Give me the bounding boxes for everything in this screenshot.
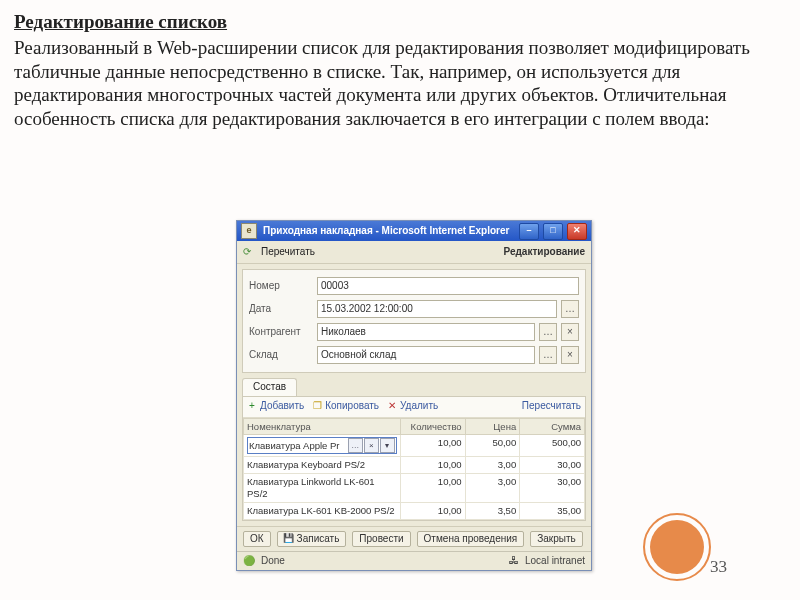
delete-action[interactable]: ✕Удалить — [387, 400, 438, 413]
contragent-clear-button[interactable]: × — [561, 323, 579, 341]
save-button[interactable]: 💾Записать — [277, 531, 347, 548]
status-bar: 🟢 Done 🖧 Local intranet — [237, 551, 591, 570]
close-button[interactable]: ✕ — [567, 223, 587, 240]
table-row[interactable]: Клавиатура Keyboard PS/2 10,00 3,00 30,0… — [244, 457, 585, 474]
field-label: Склад — [249, 349, 313, 362]
warehouse-input[interactable]: Основной склад — [317, 346, 535, 364]
reload-action[interactable]: Перечитать — [261, 246, 315, 259]
window-title: Приходная накладная - Microsoft Internet… — [261, 225, 515, 238]
post-button[interactable]: Провести — [352, 531, 410, 548]
action-bar: ОК 💾Записать Провести Отмена проведения … — [237, 526, 591, 551]
cell-qty[interactable]: 10,00 — [400, 435, 465, 457]
copy-icon: ❐ — [312, 402, 322, 412]
page-number: 33 — [710, 556, 727, 577]
col-name[interactable]: Номенклатура — [244, 418, 401, 435]
field-label: Дата — [249, 303, 313, 316]
cell-sum: 35,00 — [520, 503, 585, 520]
contragent-browse-button[interactable]: … — [539, 323, 557, 341]
cell-sum: 30,00 — [520, 457, 585, 474]
delete-icon: ✕ — [387, 402, 397, 412]
status-done-icon: 🟢 — [243, 555, 255, 568]
cell-price: 3,00 — [465, 474, 520, 503]
cell-qty: 10,00 — [400, 474, 465, 503]
name-edit-cell[interactable]: Клавиатура Apple Pr … × ▾ — [247, 437, 397, 454]
cell-dropdown-button[interactable]: ▾ — [380, 438, 395, 453]
plus-icon: + — [247, 402, 257, 412]
table-row[interactable]: Клавиатура Linkworld LK-601 PS/2 10,00 3… — [244, 474, 585, 503]
cell-price[interactable]: 50,00 — [465, 435, 520, 457]
slide-heading: Редактирование списков — [14, 10, 800, 34]
field-row-warehouse: Склад Основной склад … × — [249, 345, 579, 365]
col-sum[interactable]: Сумма — [520, 418, 585, 435]
contragent-input[interactable]: Николаев — [317, 323, 535, 341]
number-input[interactable]: 00003 — [317, 277, 579, 295]
field-row-number: Номер 00003 — [249, 276, 579, 296]
cell-browse-button[interactable]: … — [348, 438, 363, 453]
date-input[interactable]: 15.03.2002 12:00:00 — [317, 300, 557, 318]
zone-text: Local intranet — [525, 555, 585, 568]
copy-action[interactable]: ❐Копировать — [312, 400, 379, 413]
cell-sum[interactable]: 500,00 — [520, 435, 585, 457]
disk-icon: 💾 — [284, 534, 294, 544]
close-action-button[interactable]: Закрыть — [530, 531, 583, 548]
minimize-button[interactable]: – — [519, 223, 539, 240]
list-toolbar: +Добавить ❐Копировать ✕Удалить Пересчита… — [243, 397, 585, 418]
cell-name: Клавиатура Keyboard PS/2 — [244, 457, 401, 474]
add-action[interactable]: +Добавить — [247, 400, 304, 413]
field-row-contragent: Контрагент Николаев … × — [249, 322, 579, 342]
status-text: Done — [261, 555, 285, 568]
warehouse-browse-button[interactable]: … — [539, 346, 557, 364]
items-table: Номенклатура Количество Цена Сумма Клави… — [243, 418, 585, 520]
form-panel: Номер 00003 Дата 15.03.2002 12:00:00 … К… — [242, 269, 586, 373]
col-qty[interactable]: Количество — [400, 418, 465, 435]
maximize-button[interactable]: □ — [543, 223, 563, 240]
cell-qty: 10,00 — [400, 503, 465, 520]
app-window: e Приходная накладная - Microsoft Intern… — [236, 220, 592, 571]
warehouse-clear-button[interactable]: × — [561, 346, 579, 364]
zone-icon: 🖧 — [509, 555, 519, 568]
mode-label: Редактирование — [504, 246, 585, 259]
col-price[interactable]: Цена — [465, 418, 520, 435]
cell-qty: 10,00 — [400, 457, 465, 474]
decorative-circle — [650, 520, 704, 574]
table-row[interactable]: Клавиатура LK-601 KB-2000 PS/2 10,00 3,5… — [244, 503, 585, 520]
slide-paragraph: Реализованный в Web-расширении список дл… — [14, 36, 788, 131]
tabstrip: Состав — [242, 378, 586, 396]
titlebar: e Приходная накладная - Microsoft Intern… — [237, 221, 591, 241]
refresh-icon: ⟳ — [243, 246, 255, 258]
unpost-button[interactable]: Отмена проведения — [417, 531, 525, 548]
app-toolbar: ⟳ Перечитать Редактирование — [237, 241, 591, 264]
list-panel: +Добавить ❐Копировать ✕Удалить Пересчита… — [242, 396, 586, 521]
ok-button[interactable]: ОК — [243, 531, 271, 548]
field-label: Номер — [249, 280, 313, 293]
cell-name: Клавиатура Linkworld LK-601 PS/2 — [244, 474, 401, 503]
table-row[interactable]: Клавиатура Apple Pr … × ▾ 10,00 50,00 50… — [244, 435, 585, 457]
cell-price: 3,00 — [465, 457, 520, 474]
field-label: Контрагент — [249, 326, 313, 339]
cell-sum: 30,00 — [520, 474, 585, 503]
tab-sostav[interactable]: Состав — [242, 378, 297, 396]
cell-clear-button[interactable]: × — [364, 438, 379, 453]
field-row-date: Дата 15.03.2002 12:00:00 … — [249, 299, 579, 319]
app-icon: e — [241, 223, 257, 239]
recalc-action[interactable]: Пересчитать — [522, 400, 581, 413]
cell-name: Клавиатура LK-601 KB-2000 PS/2 — [244, 503, 401, 520]
date-browse-button[interactable]: … — [561, 300, 579, 318]
cell-price: 3,50 — [465, 503, 520, 520]
